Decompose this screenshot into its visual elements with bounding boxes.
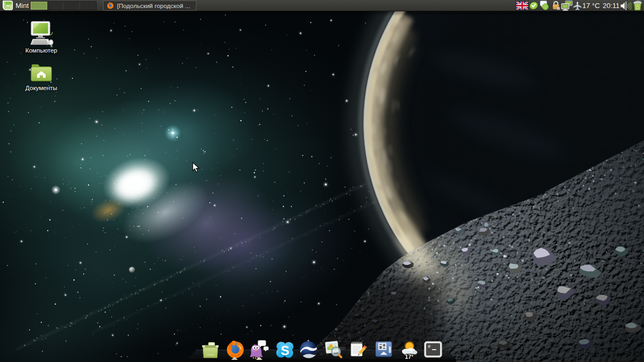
svg-text:S: S — [281, 343, 289, 358]
svg-text:17°: 17° — [405, 353, 414, 360]
svg-text:#: # — [428, 344, 431, 350]
svg-text:m: m — [6, 3, 10, 9]
